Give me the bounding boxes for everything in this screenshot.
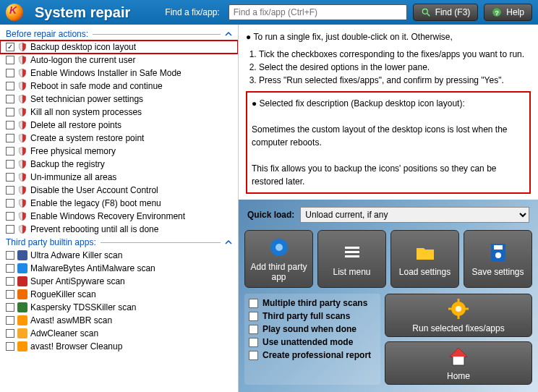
checkbox[interactable] xyxy=(6,277,14,286)
third-party-item[interactable]: MalwareBytes AntiMalware scan xyxy=(0,262,238,275)
fix-item[interactable]: Disable the User Account Control xyxy=(0,184,238,197)
checkbox[interactable] xyxy=(6,69,14,77)
option-item[interactable]: Third party full scans xyxy=(249,311,376,321)
checkbox[interactable] xyxy=(6,329,14,338)
fix-item[interactable]: Free physical memory xyxy=(0,145,238,158)
fix-item[interactable]: Enable the legacy (F8) boot menu xyxy=(0,197,238,210)
app-header: System repair Find a fix/app: Find (F3) … xyxy=(0,0,538,25)
checkbox[interactable] xyxy=(6,251,14,260)
fix-item[interactable]: Reboot in safe mode and continue xyxy=(0,80,238,93)
find-button[interactable]: Find (F3) xyxy=(413,4,479,21)
fix-label: Enable the legacy (F8) boot menu xyxy=(30,198,161,208)
checkbox[interactable] xyxy=(6,186,14,195)
checkbox[interactable] xyxy=(249,312,258,321)
svg-rect-10 xyxy=(494,245,503,250)
app-label: avast! Browser Cleanup xyxy=(30,341,122,351)
checkbox[interactable] xyxy=(6,342,14,351)
quick-load-label: Quick load: xyxy=(247,210,294,220)
shield-icon xyxy=(17,185,27,195)
fix-item[interactable]: Un-immunize all areas xyxy=(0,171,238,184)
app-icon xyxy=(17,328,27,338)
fix-item[interactable]: Enable Windows Recovery Environment xyxy=(0,210,238,223)
checkbox[interactable] xyxy=(6,303,14,312)
home-button[interactable]: Home xyxy=(385,341,532,385)
checkbox[interactable] xyxy=(6,82,14,90)
checkbox[interactable] xyxy=(6,160,14,169)
fix-label: Enable Windows Recovery Environment xyxy=(30,211,185,221)
run-selected-button[interactable]: Run selected fixes/apps xyxy=(385,294,532,337)
shield-icon xyxy=(17,107,27,117)
shield-icon xyxy=(17,55,27,65)
section-before-repair[interactable]: Before repair actions: xyxy=(0,27,238,41)
option-item[interactable]: Create professional report xyxy=(249,350,376,360)
app-label: Ultra Adware Killer scan xyxy=(30,250,122,260)
checkbox[interactable] xyxy=(6,225,14,234)
fix-item[interactable]: Auto-logon the current user xyxy=(0,54,238,67)
shield-icon xyxy=(17,42,27,52)
option-item[interactable]: Use unattended mode xyxy=(249,337,376,347)
third-party-item[interactable]: Avast! aswMBR scan xyxy=(0,314,238,327)
option-item[interactable]: Play sound when done xyxy=(249,324,376,334)
fix-item[interactable]: Prevent rebooting until all is done xyxy=(0,223,238,236)
checkbox[interactable] xyxy=(6,108,14,116)
third-party-item[interactable]: Ultra Adware Killer scan xyxy=(0,249,238,262)
fix-item[interactable]: Kill all non system processes xyxy=(0,106,238,119)
panel-button-3[interactable]: Save settings xyxy=(464,230,532,288)
svg-point-5 xyxy=(276,244,283,251)
fix-item[interactable]: Backup the registry xyxy=(0,158,238,171)
panel-button-2[interactable]: Load settings xyxy=(390,230,459,288)
fix-item[interactable]: Enable Windows Installer in Safe Mode xyxy=(0,67,238,80)
checkbox[interactable] xyxy=(6,173,14,182)
app-label: Avast! aswMBR scan xyxy=(30,315,112,325)
quick-load-select[interactable]: Unload current, if any xyxy=(300,207,529,223)
app-title: System repair xyxy=(35,4,130,21)
fix-label: Set technician power settings xyxy=(30,94,143,104)
third-party-item[interactable]: AdwCleaner scan xyxy=(0,327,238,340)
shield-icon xyxy=(17,211,27,221)
third-party-item[interactable]: Super AntiSpyware scan xyxy=(0,275,238,288)
fix-item[interactable]: Set technician power settings xyxy=(0,93,238,106)
section-third-party[interactable]: Third party builtin apps: xyxy=(0,236,238,249)
third-party-item[interactable]: avast! Browser Cleanup xyxy=(0,340,238,353)
fix-label: Un-immunize all areas xyxy=(30,172,116,182)
fix-item[interactable]: Backup desktop icon layout xyxy=(0,41,238,54)
app-icon xyxy=(17,289,27,299)
fix-item[interactable]: Delete all restore points xyxy=(0,119,238,132)
gear-run-icon xyxy=(447,297,470,320)
checkbox[interactable] xyxy=(6,56,14,64)
fix-item[interactable]: Create a system restore point xyxy=(0,132,238,145)
app-icon xyxy=(17,250,27,260)
panel-button-1[interactable]: List menu xyxy=(317,230,386,288)
app-icon xyxy=(17,315,27,325)
svg-rect-7 xyxy=(345,251,359,253)
panel-button-0[interactable]: Add third party app xyxy=(244,230,313,288)
option-item[interactable]: Multiple third party scans xyxy=(249,298,376,308)
checkbox[interactable] xyxy=(249,299,258,308)
panel-icon xyxy=(341,241,364,264)
checkbox[interactable] xyxy=(6,134,14,142)
app-icon xyxy=(17,341,27,351)
fix-label: Free physical memory xyxy=(30,146,116,156)
checkbox[interactable] xyxy=(6,147,14,155)
checkbox[interactable] xyxy=(249,325,258,334)
help-button[interactable]: ? Help xyxy=(484,4,532,21)
shield-icon xyxy=(17,159,27,169)
left-panel: Before repair actions: Backup desktop ic… xyxy=(0,25,239,392)
checkbox[interactable] xyxy=(6,43,14,51)
checkbox[interactable] xyxy=(6,121,14,129)
app-logo-icon xyxy=(6,4,23,21)
shield-icon xyxy=(17,198,27,208)
third-party-item[interactable]: RogueKiller scan xyxy=(0,288,238,301)
checkbox[interactable] xyxy=(249,351,258,360)
checkbox[interactable] xyxy=(6,290,14,299)
third-party-item[interactable]: Kaspersky TDSSKiller scan xyxy=(0,301,238,314)
app-label: Kaspersky TDSSKiller scan xyxy=(30,302,137,312)
app-label: Super AntiSpyware scan xyxy=(30,276,125,286)
checkbox[interactable] xyxy=(6,212,14,221)
checkbox[interactable] xyxy=(6,95,14,103)
checkbox[interactable] xyxy=(6,199,14,208)
checkbox[interactable] xyxy=(249,338,258,347)
checkbox[interactable] xyxy=(6,264,14,273)
checkbox[interactable] xyxy=(6,316,14,325)
search-input[interactable] xyxy=(229,4,407,20)
